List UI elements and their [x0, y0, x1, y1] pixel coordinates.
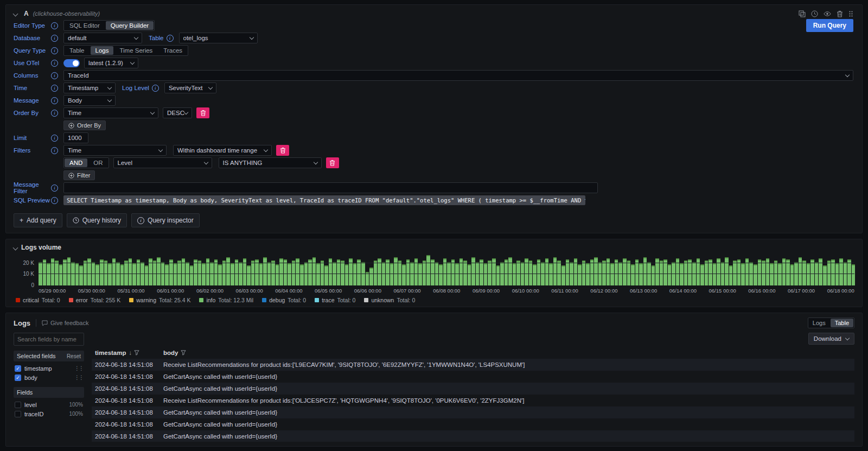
legend-item[interactable]: infoTotal: 12.3 Mil	[199, 297, 253, 303]
timestamp-column-header[interactable]: timestamp ↓	[92, 350, 160, 356]
drag-handle-icon[interactable]	[848, 10, 853, 17]
log-level-select[interactable]: SeverityText	[164, 82, 216, 93]
info-icon[interactable]: i	[51, 197, 58, 204]
selected-field-item[interactable]: ✓timestamp⋮⋮	[14, 364, 84, 373]
body-column-header[interactable]: body	[160, 350, 854, 356]
table-row[interactable]: 2024-06-18 14:51:08GetCartAsync called w…	[92, 371, 854, 383]
info-icon[interactable]: i	[51, 22, 58, 29]
filter-field-select[interactable]: Time	[63, 145, 167, 156]
add-order-by-button[interactable]: Order By	[63, 120, 106, 130]
info-icon[interactable]: i	[167, 35, 174, 42]
legend-item[interactable]: debugTotal: 0	[262, 297, 306, 303]
give-feedback-link[interactable]: Give feedback	[42, 320, 88, 326]
volume-bar	[831, 259, 835, 285]
editor-type-query-builder[interactable]: Query Builder	[106, 21, 154, 30]
legend-item[interactable]: unknownTotal: 0	[364, 297, 415, 303]
filter-funnel-icon[interactable]	[181, 350, 186, 355]
search-fields-input[interactable]	[14, 333, 84, 346]
info-icon[interactable]: i	[51, 97, 58, 104]
table-row[interactable]: 2024-06-18 14:51:08GetCartAsync called w…	[92, 430, 854, 442]
legend-item[interactable]: traceTotal: 0	[315, 297, 355, 303]
message-column-select[interactable]: Body	[63, 95, 116, 106]
info-icon[interactable]: i	[51, 135, 58, 142]
volume-y-axis: 010 K20 K	[14, 254, 34, 285]
table-row[interactable]: 2024-06-18 14:51:08GetCartAsync called w…	[92, 406, 854, 418]
database-select[interactable]: default	[63, 33, 142, 43]
limit-input[interactable]	[63, 132, 88, 143]
fields-sidebar: Selected fields Reset ✓timestamp⋮⋮✓body⋮…	[14, 333, 84, 442]
info-icon[interactable]: i	[51, 72, 58, 79]
checkbox-checked-icon[interactable]: ✓	[15, 365, 21, 372]
message-filter-input[interactable]	[63, 182, 598, 193]
drag-handle-icon[interactable]: ⋮⋮	[74, 374, 83, 380]
volume-bar	[835, 263, 839, 285]
info-icon[interactable]: i	[51, 147, 58, 154]
query-inspector-button[interactable]: i Query inspector	[131, 213, 200, 227]
table-row[interactable]: 2024-06-18 14:51:08Receive ListRecommend…	[92, 359, 854, 371]
reset-fields-button[interactable]: Reset	[67, 353, 81, 359]
query-type-time-series[interactable]: Time Series	[114, 46, 158, 55]
collapse-panel-icon[interactable]	[13, 245, 18, 250]
info-icon[interactable]: i	[51, 60, 58, 67]
legend-item[interactable]: warningTotal: 25.4 K	[129, 297, 190, 303]
view-toggle-logs[interactable]: Logs	[808, 318, 830, 328]
order-by-field-select[interactable]: Time	[63, 107, 158, 118]
filter-level-select[interactable]: Level	[113, 157, 212, 168]
query-type-traces[interactable]: Traces	[158, 46, 188, 55]
query-history-button[interactable]: Query history	[67, 213, 127, 227]
field-item[interactable]: level100%	[14, 400, 84, 409]
checkbox-checked-icon[interactable]: ✓	[15, 374, 21, 381]
view-toggle-table[interactable]: Table	[831, 319, 853, 327]
legend-name: warning	[136, 297, 156, 303]
info-icon[interactable]: i	[152, 85, 159, 92]
filter-level-operator-select[interactable]: IS ANYTHING	[219, 157, 322, 168]
remove-order-by-button[interactable]	[196, 107, 209, 118]
conjunction-and[interactable]: AND	[65, 158, 87, 167]
selected-field-item[interactable]: ✓body⋮⋮	[14, 373, 84, 382]
run-query-button[interactable]: Run Query	[806, 19, 853, 32]
remove-query-trash-icon[interactable]	[837, 10, 843, 17]
table-row[interactable]: 2024-06-18 14:51:08Receive ListRecommend…	[92, 395, 854, 406]
query-type-table[interactable]: Table	[64, 46, 90, 55]
info-icon[interactable]: i	[51, 35, 58, 42]
info-icon[interactable]: i	[51, 110, 58, 117]
info-icon[interactable]: i	[51, 185, 58, 192]
sort-desc-icon[interactable]: ↓	[129, 350, 132, 356]
table-row[interactable]: 2024-06-18 14:51:08GetCartAsync called w…	[92, 383, 854, 395]
legend-item[interactable]: criticalTotal: 0	[16, 297, 60, 303]
field-item[interactable]: traceID100%	[14, 409, 84, 418]
conjunction-or[interactable]: OR	[88, 158, 108, 168]
query-history-icon[interactable]	[811, 10, 818, 17]
info-icon[interactable]: i	[51, 85, 58, 92]
add-filter-button[interactable]: Filter	[63, 170, 95, 180]
add-query-button[interactable]: + Add query	[14, 213, 62, 227]
download-button[interactable]: Download	[808, 333, 854, 345]
filter-funnel-icon[interactable]	[134, 350, 139, 355]
plus-icon: +	[20, 217, 23, 224]
legend-name: unknown	[371, 297, 394, 303]
order-direction-select[interactable]: DESC	[163, 107, 192, 118]
time-column-select[interactable]: Timestamp	[63, 82, 116, 93]
order-by-label: Order By i	[14, 110, 58, 117]
hide-response-eye-icon[interactable]	[824, 10, 831, 17]
info-icon[interactable]: i	[51, 47, 58, 54]
table-row[interactable]: 2024-06-18 14:51:08GetCartAsync called w…	[92, 418, 854, 430]
collapse-query-icon[interactable]	[13, 11, 18, 16]
query-type-logs[interactable]: Logs	[91, 46, 114, 55]
legend-item[interactable]: errorTotal: 255 K	[69, 297, 121, 303]
duplicate-query-icon[interactable]	[799, 10, 806, 17]
remove-level-filter-button[interactable]	[326, 157, 339, 168]
use-otel-toggle[interactable]	[63, 59, 80, 67]
editor-type-sql-editor[interactable]: SQL Editor	[64, 21, 105, 30]
otel-version-select[interactable]: latest (1.2.9)	[84, 58, 138, 68]
chevron-down-icon	[249, 35, 253, 39]
checkbox-icon[interactable]	[15, 411, 21, 417]
columns-multiselect[interactable]: TraceId	[63, 70, 853, 81]
drag-handle-icon[interactable]: ⋮⋮	[74, 365, 83, 371]
remove-filter-button[interactable]	[276, 145, 289, 156]
checkbox-icon[interactable]	[15, 402, 21, 408]
logs-volume-header[interactable]: Logs volume	[14, 243, 854, 252]
legend-total: Total: 0	[397, 297, 415, 303]
filter-operator-select[interactable]: Within dashboard time range	[173, 145, 272, 156]
table-select[interactable]: otel_logs	[179, 33, 258, 43]
